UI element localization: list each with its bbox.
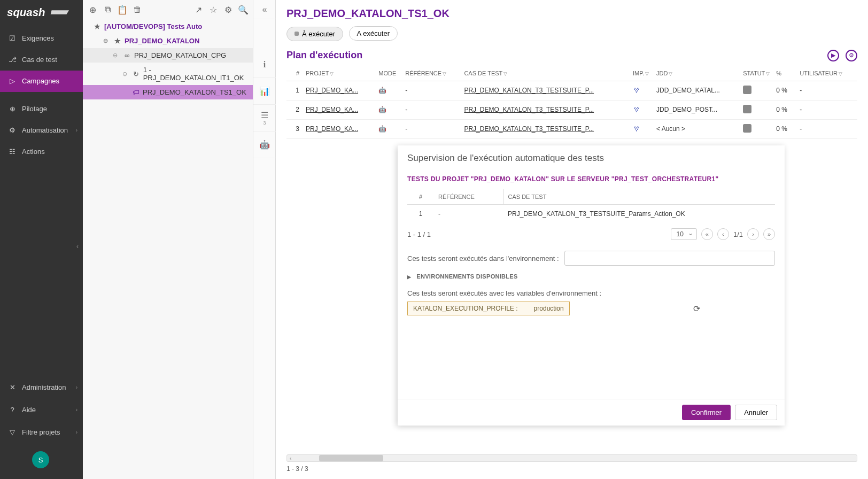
user-avatar[interactable]: S	[32, 451, 49, 468]
cell-user: -	[796, 81, 857, 100]
modal-footer: Confirmer Annuler	[398, 399, 785, 426]
nav-campagnes[interactable]: ▷Campagnes	[0, 71, 83, 92]
cell-cas[interactable]: PRJ_DEMO_KATALON_T3_TESTSUITE_P...	[461, 100, 630, 119]
tree-node-iteration[interactable]: ⊖↻1 - PRJ_DEMO_KATALON_IT1_OK	[83, 63, 253, 85]
robot-icon: 🤖	[259, 140, 270, 150]
export-icon[interactable]: ↗	[193, 4, 204, 15]
table-row[interactable]: 3PRJ_DEMO_KA...🤖-PRJ_DEMO_KATALON_T3_TES…	[286, 119, 857, 138]
tab-info[interactable]: i	[253, 51, 276, 78]
col-ref[interactable]: RÉFÉRENCE▽	[402, 66, 461, 81]
filter-icon: ▽	[766, 71, 770, 76]
scroll-left-icon[interactable]: ‹	[288, 455, 293, 462]
table-row[interactable]: 2PRJ_DEMO_KA...🤖-PRJ_DEMO_KATALON_T3_TES…	[286, 100, 857, 119]
table-row[interactable]: 1PRJ_DEMO_KA...🤖-PRJ_DEMO_KATALON_T3_TES…	[286, 81, 857, 100]
chip-a-executer[interactable]: A exécuter	[349, 26, 398, 41]
tab-robot[interactable]: 🤖	[253, 132, 276, 158]
nav-label: Filtre projets	[22, 428, 60, 436]
paste-icon[interactable]: 📋	[117, 4, 128, 15]
tag-icon: 🏷	[132, 89, 140, 96]
cell-imp: ⩔	[630, 119, 653, 138]
cell-user: -	[796, 100, 857, 119]
horizontal-scrollbar[interactable]: ‹	[286, 454, 857, 462]
nav-actions[interactable]: ☷Actions	[0, 141, 83, 163]
star-icon[interactable]: ☆	[208, 4, 219, 15]
check-icon: ☑	[8, 34, 17, 43]
trash-icon[interactable]: 🗑	[132, 4, 143, 15]
add-circle-icon[interactable]: ⊕	[87, 4, 98, 15]
var-label: Ces tests seront exécutés avec les varia…	[407, 289, 775, 297]
last-page-button[interactable]: »	[763, 228, 775, 240]
variable-row: KATALON_EXECUTION_PROFILE : production ⟳	[407, 302, 775, 315]
col-mode[interactable]: MODE	[375, 66, 402, 81]
cell-projet[interactable]: PRJ_DEMO_KA...	[303, 119, 375, 138]
col-num[interactable]: #	[286, 66, 303, 81]
nav-cas-de-test[interactable]: ⎇Cas de test	[0, 49, 83, 71]
cell-num: 2	[286, 100, 303, 119]
nav-label: Actions	[22, 148, 45, 156]
page-size-select[interactable]: 10	[671, 228, 697, 240]
tab-list[interactable]: ☰3	[253, 105, 276, 132]
col-num[interactable]: #	[407, 189, 434, 205]
col-statut[interactable]: STATUT▽	[740, 66, 773, 81]
variable-box[interactable]: KATALON_EXECUTION_PROFILE : production	[407, 302, 570, 315]
scroll-thumb[interactable]	[319, 455, 383, 461]
collapse-icon[interactable]: ⊖	[103, 37, 111, 44]
copy-icon[interactable]: ⧉	[102, 4, 113, 15]
execution-table: # PROJET▽ MODE RÉFÉRENCE▽ CAS DE TEST▽ I…	[286, 66, 857, 139]
cell-user: -	[796, 119, 857, 138]
cell-jdd: JDD_DEMO_POST...	[653, 100, 740, 119]
tree-node-campaign[interactable]: ⊖∞PRJ_DEMO_KATALON_CPG	[83, 48, 253, 63]
collapse-sidebar-icon[interactable]: ‹	[76, 243, 79, 250]
first-page-button[interactable]: «	[701, 228, 713, 240]
play-gear-button[interactable]: ⚙	[846, 50, 857, 61]
tab-chart[interactable]: 📊	[253, 78, 276, 105]
tree-node-project[interactable]: ⊖★PRJ_DEMO_KATALON	[83, 34, 253, 48]
nav-administration[interactable]: ✕Administration›	[0, 376, 83, 398]
tree-node-suite[interactable]: 🏷PRJ_DEMO_KATALON_TS1_OK	[83, 85, 253, 99]
campaign-icon: ∞	[123, 52, 131, 59]
nav-aide[interactable]: ?Aide›	[0, 399, 83, 420]
page-title: PRJ_DEMO_KATALON_TS1_OK	[286, 5, 857, 26]
nav-exigences[interactable]: ☑Exigences	[0, 28, 83, 49]
chip-a-executer-dot[interactable]: À exécuter	[286, 27, 343, 41]
table-row[interactable]: 1 - PRJ_DEMO_KATALON_T3_TESTSUITE_Params…	[407, 205, 775, 223]
col-user[interactable]: UTILISATEUR▽	[796, 66, 857, 81]
nav-pilotage[interactable]: ⊕Pilotage	[0, 98, 83, 120]
modal-subtitle: TESTS DU PROJET "PRJ_DEMO_KATALON" SUR L…	[407, 175, 775, 183]
chevron-down-double-icon: ⩔	[633, 86, 640, 95]
refresh-icon[interactable]: ⟳	[693, 304, 700, 314]
collapse-icon[interactable]: ⊖	[122, 71, 129, 78]
nav-filtre-projets[interactable]: ▽Filtre projets›	[0, 421, 83, 443]
col-ref[interactable]: RÉFÉRENCE	[434, 189, 503, 205]
robot-icon: 🤖	[378, 125, 386, 133]
app-logo: squash	[0, 0, 83, 28]
chip-label: A exécuter	[357, 29, 390, 37]
col-cas[interactable]: CAS DE TEST▽	[461, 66, 630, 81]
col-imp[interactable]: IMP.▽	[630, 66, 653, 81]
cell-cas[interactable]: PRJ_DEMO_KATALON_T3_TESTSUITE_P...	[461, 119, 630, 138]
play-button[interactable]: ▶	[827, 50, 839, 61]
prev-page-button[interactable]: ‹	[717, 228, 729, 240]
search-icon[interactable]: 🔍	[238, 4, 249, 15]
gear-icon[interactable]: ⚙	[223, 4, 234, 15]
cell-ref: -	[402, 100, 461, 119]
next-page-button[interactable]: ›	[747, 228, 759, 240]
environment-input[interactable]	[564, 251, 775, 266]
col-cas[interactable]: CAS DE TEST	[503, 189, 775, 205]
environments-collapsible[interactable]: ENVIRONNEMENTS DISPONIBLES	[407, 273, 775, 280]
cell-cas[interactable]: PRJ_DEMO_KATALON_T3_TESTSUITE_P...	[461, 81, 630, 100]
cell-projet[interactable]: PRJ_DEMO_KA...	[303, 81, 375, 100]
back-button[interactable]: «	[253, 0, 276, 19]
confirm-button[interactable]: Confirmer	[682, 405, 731, 420]
col-jdd[interactable]: JDD▽	[653, 66, 740, 81]
cell-imp: ⩔	[630, 81, 653, 100]
tree-label: [AUTOM/DEVOPS] Tests Auto	[104, 22, 202, 30]
nav-automatisation[interactable]: ⚙Automatisation›	[0, 120, 83, 141]
collapse-icon[interactable]: ⊖	[113, 52, 120, 59]
side-tabs: « i 📊 ☰3 🤖	[253, 0, 276, 479]
tree-node-project[interactable]: ★[AUTOM/DEVOPS] Tests Auto	[83, 19, 253, 34]
col-projet[interactable]: PROJET▽	[303, 66, 375, 81]
col-pct[interactable]: %	[773, 66, 796, 81]
cancel-button[interactable]: Annuler	[735, 405, 777, 420]
cell-projet[interactable]: PRJ_DEMO_KA...	[303, 100, 375, 119]
